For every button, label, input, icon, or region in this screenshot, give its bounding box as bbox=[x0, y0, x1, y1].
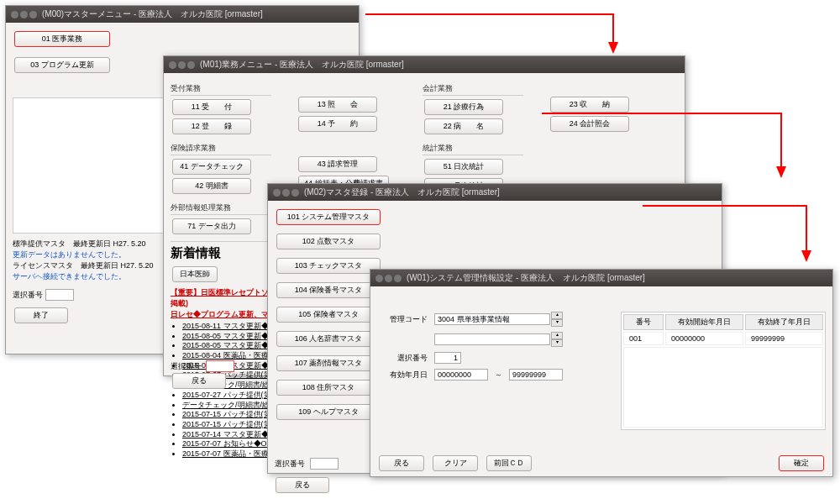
btn-102[interactable]: 102 点数マスタ bbox=[276, 234, 381, 249]
cell: 001 bbox=[623, 332, 664, 345]
arrow-icon bbox=[538, 109, 790, 185]
list-item[interactable]: 2015-08-11 マスタ更新◆ bbox=[182, 322, 269, 330]
selnum-label: 選択番号 bbox=[377, 353, 428, 364]
list-item[interactable]: 2015-08-04 医薬品・医療 bbox=[182, 351, 269, 360]
btn-42[interactable]: 42 明細書 bbox=[172, 178, 251, 194]
th-end: 有効終了年月日 bbox=[745, 314, 823, 330]
title-m01: (M01)業務メニュー - 医療法人 オルカ医院 [ormaster] bbox=[200, 59, 404, 71]
titlebar-w01: (W01)システム管理情報設定 - 医療法人 オルカ医院 [ormaster] bbox=[370, 270, 832, 286]
btn-51[interactable]: 51 日次統計 bbox=[424, 159, 503, 175]
select-input-m01[interactable] bbox=[206, 360, 234, 372]
back-button-m01[interactable]: 戻る bbox=[172, 373, 226, 389]
select-input-m02[interactable] bbox=[310, 458, 339, 470]
btn-107[interactable]: 107 薬剤情報マスタ bbox=[276, 355, 381, 371]
btn-108[interactable]: 108 住所マスタ bbox=[276, 380, 381, 396]
section-reception: 受付業務 bbox=[171, 83, 271, 96]
no-update-text: 更新データはありませんでした。 bbox=[13, 250, 126, 259]
list-item[interactable]: 2015-07-14 マスタ更新◆ bbox=[182, 430, 269, 438]
license-label: ライセンスマスタ bbox=[13, 261, 73, 270]
btn-21[interactable]: 21 診療行為 bbox=[424, 99, 503, 115]
clear-button[interactable]: クリア bbox=[433, 455, 478, 471]
std-master-date: 最終更新日 H27. 5.20 bbox=[73, 239, 146, 248]
chevron-up-icon[interactable]: ▴ bbox=[551, 312, 563, 319]
btn-22[interactable]: 22 病 名 bbox=[424, 118, 503, 134]
server-fail-text: サーバへ接続できませんでした。 bbox=[13, 272, 126, 281]
list-item[interactable]: 2015-08-05 マスタ更新◆ bbox=[182, 341, 269, 349]
select-label-m02: 選択番号 bbox=[275, 459, 305, 470]
window-controls-icon[interactable] bbox=[273, 189, 299, 197]
titlebar-m02: (M02)マスタ登録 - 医療法人 オルカ医院 [ormaster] bbox=[268, 184, 722, 201]
std-master-label: 標準提供マスタ bbox=[13, 239, 66, 248]
cell: 99999999 bbox=[745, 332, 823, 345]
btn-104[interactable]: 104 保険番号マスタ bbox=[276, 282, 381, 298]
btn-14[interactable]: 14 予 約 bbox=[298, 116, 377, 132]
select-input-m00[interactable] bbox=[45, 289, 74, 301]
title-m00: (M00)マスターメニュー - 医療法人 オルカ医院 [ormaster] bbox=[42, 8, 263, 20]
btn-101[interactable]: 101 システム管理マスタ bbox=[276, 209, 381, 225]
license-date: 最終更新日 H27. 5.20 bbox=[81, 261, 154, 270]
btn-109[interactable]: 109 ヘルプマスタ bbox=[276, 404, 381, 420]
select-label-m01: 選択番号 bbox=[171, 361, 201, 372]
list-item[interactable]: 2015-08-05 マスタ更新◆ bbox=[182, 332, 269, 340]
chevron-up-icon[interactable]: ▴ bbox=[551, 332, 563, 339]
date-to-input[interactable] bbox=[509, 369, 563, 381]
list-item[interactable]: 2015-07-15 パッチ提供(第 bbox=[182, 420, 271, 428]
title-w01: (W01)システム管理情報設定 - 医療法人 オルカ医院 [ormaster] bbox=[407, 272, 645, 284]
arrow-icon bbox=[361, 10, 622, 60]
list-item[interactable]: 2015-07-07 医薬品・医療 bbox=[182, 449, 269, 458]
list-item[interactable]: データチェック/明細書/総括 bbox=[182, 401, 277, 409]
list-item[interactable]: 2015-07-07 お知らせ◆OR bbox=[182, 439, 272, 448]
sub-input[interactable] bbox=[434, 333, 550, 345]
chevron-down-icon[interactable]: ▾ bbox=[551, 339, 563, 347]
btn-11[interactable]: 11 受 付 bbox=[172, 99, 251, 115]
window-controls-icon[interactable] bbox=[11, 11, 37, 18]
valid-period-table: 番号有効開始年月日有効終了年月日 0010000000099999999 bbox=[621, 312, 826, 430]
date-from-input[interactable] bbox=[434, 369, 488, 381]
selnum-input[interactable] bbox=[434, 352, 461, 364]
th-num: 番号 bbox=[623, 314, 664, 330]
back-button-w01[interactable]: 戻る bbox=[379, 455, 424, 471]
section-stats: 統計業務 bbox=[423, 143, 523, 155]
sub-select[interactable]: ▴▾ bbox=[434, 332, 563, 347]
window-controls-icon[interactable] bbox=[375, 275, 402, 282]
btn-103[interactable]: 103 チェックマスタ bbox=[276, 258, 381, 274]
btn-43[interactable]: 43 請求管理 bbox=[298, 156, 377, 172]
list-item[interactable]: 2015-07-27 パッチ提供(第 bbox=[182, 391, 271, 399]
tilde-label: ～ bbox=[495, 370, 502, 381]
title-m02: (M02)マスタ登録 - 医療法人 オルカ医院 [ormaster] bbox=[304, 186, 500, 198]
cell: 00000000 bbox=[665, 332, 743, 345]
btn-105[interactable]: 105 保険者マスタ bbox=[276, 307, 381, 323]
section-accounting: 会計業務 bbox=[423, 83, 523, 96]
window-w01: (W01)システム管理情報設定 - 医療法人 オルカ医院 [ormaster] … bbox=[370, 269, 833, 477]
titlebar-m00: (M00)マスターメニュー - 医療法人 オルカ医院 [ormaster] bbox=[6, 6, 359, 23]
back-button-m02[interactable]: 戻る bbox=[276, 477, 329, 493]
btn-41[interactable]: 41 データチェック bbox=[172, 159, 251, 175]
section-insurance: 保険請求業務 bbox=[171, 143, 271, 155]
table-row[interactable]: 0010000000099999999 bbox=[623, 332, 823, 345]
mgmt-code-select[interactable]: ▴▾ bbox=[434, 312, 563, 327]
window-controls-icon[interactable] bbox=[169, 61, 195, 69]
tab-jma[interactable]: 日本医師 bbox=[172, 266, 218, 282]
btn-12[interactable]: 12 登 録 bbox=[172, 118, 251, 134]
menu-03-button[interactable]: 03 プログラム更新 bbox=[14, 57, 110, 73]
menu-01-button[interactable]: 01 医事業務 bbox=[14, 31, 110, 47]
btn-106[interactable]: 106 人名辞書マスタ bbox=[276, 331, 381, 347]
th-start: 有効開始年月日 bbox=[665, 314, 743, 330]
btn-13[interactable]: 13 照 会 bbox=[298, 97, 377, 113]
list-item[interactable]: 2015-07-15 パッチ提供(第 bbox=[182, 410, 271, 418]
mgmt-code-label: 管理コード bbox=[377, 314, 428, 325]
end-button[interactable]: 終了 bbox=[14, 307, 68, 323]
select-label-m00: 選択番号 bbox=[13, 291, 43, 299]
prevcd-button[interactable]: 前回ＣＤ bbox=[486, 455, 532, 471]
mgmt-code-input[interactable] bbox=[434, 313, 550, 325]
arrow-icon bbox=[638, 202, 815, 269]
confirm-button[interactable]: 確定 bbox=[779, 455, 824, 471]
btn-71[interactable]: 71 データ出力 bbox=[172, 218, 251, 234]
chevron-down-icon[interactable]: ▾ bbox=[551, 319, 563, 327]
validdate-label: 有効年月日 bbox=[377, 370, 428, 381]
section-external: 外部情報処理業務 bbox=[171, 202, 271, 215]
